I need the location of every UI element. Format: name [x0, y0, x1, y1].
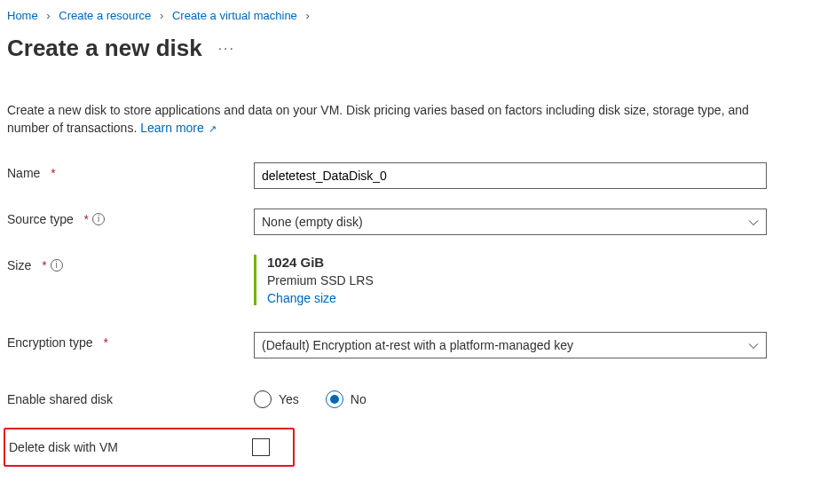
size-summary: 1024 GiB Premium SSD LRS Change size [254, 255, 767, 305]
size-label: Size * i [7, 255, 254, 272]
size-value: 1024 GiB [267, 255, 767, 270]
chevron-down-icon [748, 340, 759, 350]
encryption-type-select[interactable]: (Default) Encryption at-rest with a plat… [254, 332, 767, 358]
shared-disk-yes-label: Yes [279, 392, 299, 406]
info-icon[interactable]: i [51, 259, 63, 272]
radio-icon [326, 390, 343, 408]
enable-shared-disk-label: Enable shared disk [7, 389, 254, 406]
size-tier: Premium SSD LRS [267, 273, 767, 287]
required-indicator: * [42, 258, 46, 272]
shared-disk-no-label: No [351, 392, 367, 406]
breadcrumb-create-vm[interactable]: Create a virtual machine [172, 9, 297, 22]
page-title: Create a new disk [7, 35, 202, 62]
breadcrumb: Home › Create a resource › Create a virt… [7, 9, 813, 22]
shared-disk-no-radio[interactable]: No [326, 390, 367, 408]
change-size-link[interactable]: Change size [267, 291, 336, 305]
source-type-value: None (empty disk) [262, 215, 363, 229]
required-indicator: * [84, 212, 89, 226]
required-indicator: * [51, 166, 55, 180]
breadcrumb-create-resource[interactable]: Create a resource [59, 9, 151, 22]
encryption-type-label: Encryption type * [7, 332, 254, 350]
enable-shared-disk-radio-group: Yes No [254, 389, 767, 408]
name-label: Name * [7, 162, 254, 180]
breadcrumb-sep: › [305, 9, 309, 22]
shared-disk-yes-radio[interactable]: Yes [254, 390, 299, 408]
source-type-label: Source type * i [7, 209, 254, 226]
required-indicator: * [103, 335, 107, 350]
breadcrumb-sep: › [46, 9, 50, 22]
page-description: Create a new disk to store applications … [7, 101, 753, 138]
encryption-type-value: (Default) Encryption at-rest with a plat… [262, 338, 573, 352]
learn-more-link[interactable]: Learn more ↗ [140, 121, 217, 135]
delete-disk-label: Delete disk with VM [5, 440, 252, 454]
source-type-select[interactable]: None (empty disk) [254, 209, 767, 235]
breadcrumb-sep: › [160, 9, 163, 22]
more-actions-button[interactable]: ··· [218, 41, 235, 57]
delete-disk-highlight: Delete disk with VM [4, 428, 295, 467]
external-link-icon: ↗ [206, 123, 217, 134]
description-text: Create a new disk to store applications … [7, 103, 749, 135]
name-input[interactable] [254, 162, 767, 189]
breadcrumb-home[interactable]: Home [7, 9, 38, 22]
chevron-down-icon [748, 217, 759, 227]
info-icon[interactable]: i [92, 213, 105, 225]
radio-icon [254, 390, 272, 408]
delete-disk-checkbox[interactable] [252, 438, 270, 456]
